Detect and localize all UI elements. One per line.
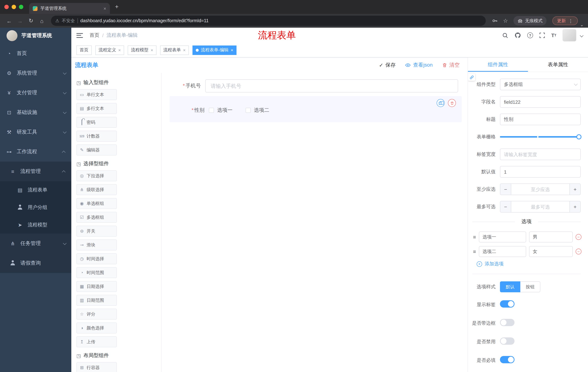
checkbox-icon[interactable] [209, 108, 214, 113]
style-default-button[interactable]: 默认 [500, 281, 520, 292]
remove-option-icon[interactable]: − [576, 249, 581, 255]
palette-item-time-picker[interactable]: ◷ 时间选择 [76, 253, 117, 264]
tag-process-model[interactable]: 流程模型 × [128, 45, 157, 55]
palette-item-date-picker[interactable]: ▦ 日期选择 [76, 281, 117, 292]
sidebar-item-devtools[interactable]: ⚒ 研发工具 [0, 122, 71, 142]
sidebar-item-process-form[interactable]: ▤ 流程表单 [0, 181, 71, 199]
option-2-value-input[interactable] [529, 246, 573, 257]
github-icon[interactable] [514, 32, 521, 39]
sidebar-logo[interactable]: 芋道管理系统 [0, 28, 71, 44]
disabled-switch[interactable] [500, 337, 514, 345]
sidebar-item-process-mgmt[interactable]: ≡ 流程管理 [0, 162, 71, 181]
palette-item-upload[interactable]: ↥ 上传 [76, 336, 117, 347]
option-2-label-input[interactable] [479, 246, 526, 257]
save-button[interactable]: ✓ 保存 [379, 62, 396, 68]
palette-item-time-range[interactable]: ◔ 时间范围 [76, 267, 117, 278]
font-size-icon[interactable]: TT [551, 32, 556, 38]
option-1-label-input[interactable] [479, 232, 526, 242]
view-json-button[interactable]: 查看json [405, 62, 433, 68]
close-window-button[interactable] [4, 5, 9, 9]
palette-item-color-picker[interactable]: ◑ 颜色选择 [76, 322, 117, 333]
palette-item-switch[interactable]: ⊜ 开关 [76, 226, 117, 237]
search-icon[interactable] [502, 32, 508, 38]
tag-process-form-edit[interactable]: 流程表单-编辑 × [192, 45, 237, 55]
browser-home-icon[interactable]: ⌂ [37, 18, 47, 24]
tab-component-props[interactable]: 组件属性 [468, 57, 528, 72]
palette-item-date-range[interactable]: ▥ 日期范围 [76, 295, 117, 306]
palette-item-checkbox-group[interactable]: ☑ 多选框组 [76, 212, 117, 223]
tag-process-form[interactable]: 流程表单 × [160, 45, 189, 55]
reload-icon[interactable]: ↻ [26, 18, 36, 24]
default-value-input[interactable] [500, 166, 581, 178]
slider-handle[interactable] [576, 134, 581, 139]
label-width-input[interactable] [500, 149, 581, 160]
palette-item-counter[interactable]: 123 计数器 [76, 131, 117, 142]
browser-tab[interactable]: 芋道管理系统 × [29, 3, 110, 14]
palette-item-cascade-select[interactable]: ⋔ 级联选择 [76, 184, 117, 195]
tab-form-props[interactable]: 表单属性 [528, 57, 588, 72]
add-option-button[interactable]: + 添加选项 [477, 261, 588, 267]
sidebar-item-infra[interactable]: ⊡ 基础设施 [0, 103, 71, 122]
palette-item-slider[interactable]: ⊸ 滑块 [76, 240, 117, 250]
link-icon[interactable] [468, 74, 475, 81]
zoom-window-button[interactable] [19, 5, 23, 9]
grid-slider[interactable] [500, 131, 581, 143]
browser-menu-icon[interactable]: ⋮ [568, 18, 573, 23]
palette-item-rate[interactable]: ☆ 评分 [76, 309, 117, 319]
decrement-button[interactable]: − [500, 201, 511, 212]
field-gender-selected[interactable]: *性别 选项一 选项二 [169, 96, 462, 122]
phone-input[interactable] [205, 79, 458, 93]
sidebar-item-pay[interactable]: ¥ 支付管理 [0, 83, 71, 103]
tag-process-definition[interactable]: 流程定义 × [95, 45, 124, 55]
sidebar-item-system[interactable]: ⚙ 系统管理 [0, 63, 71, 83]
decrement-button[interactable]: − [500, 184, 511, 195]
show-label-switch[interactable] [500, 300, 514, 308]
sidebar-item-user-group[interactable]: 用户分组 [0, 199, 71, 216]
remove-option-icon[interactable]: − [576, 234, 581, 240]
copy-component-button[interactable] [437, 99, 445, 107]
component-type-select[interactable] [500, 79, 581, 90]
min-select-input[interactable] [511, 184, 569, 195]
checkbox-icon[interactable] [246, 108, 251, 113]
tag-home[interactable]: 首页 [76, 45, 92, 55]
palette-item-row-container[interactable]: ⊞ 行容器 [76, 362, 117, 372]
drag-handle-icon[interactable]: ≡ [473, 234, 476, 240]
breadcrumb-home[interactable]: 首页 [90, 32, 99, 39]
palette-item-multi-line-text[interactable]: ▤ 多行文本 [76, 103, 117, 114]
sidebar-item-task-mgmt[interactable]: ⋔ 任务管理 [0, 234, 71, 253]
gender-option-1[interactable]: 选项一 [209, 107, 232, 114]
minimize-window-button[interactable] [12, 5, 16, 9]
required-switch[interactable] [500, 356, 514, 363]
sidebar-item-home[interactable]: ◔ 首页 [0, 44, 71, 63]
sidebar-item-leave-query[interactable]: 请假查询 [0, 253, 71, 273]
palette-item-dropdown-select[interactable]: ◎ 下拉选择 [76, 170, 117, 181]
tag-close-icon[interactable]: × [151, 47, 153, 53]
hamburger-icon[interactable] [76, 33, 83, 38]
palette-item-password[interactable]: 密码 [76, 117, 117, 128]
drag-handle-icon[interactable]: ≡ [473, 249, 476, 255]
max-select-input[interactable] [511, 201, 569, 212]
password-key-icon[interactable] [492, 18, 498, 24]
delete-component-button[interactable] [448, 99, 456, 107]
back-icon[interactable]: ← [4, 18, 14, 24]
sidebar-item-workflow[interactable]: ⊶ 工作流程 [0, 142, 71, 162]
sidebar-item-process-model[interactable]: ➤ 流程模型 [0, 216, 71, 234]
field-phone[interactable]: *手机号 [166, 79, 462, 93]
avatar-caret-icon[interactable] [580, 33, 583, 37]
tag-close-icon[interactable]: × [183, 47, 186, 53]
update-button[interactable]: 更新 ⋮ [552, 16, 578, 25]
clear-button[interactable]: 清空 [442, 62, 460, 68]
tag-close-icon[interactable]: × [118, 47, 121, 53]
forward-icon[interactable]: → [15, 18, 25, 24]
bookmark-star-icon[interactable]: ☆ [503, 18, 508, 24]
title-input[interactable] [500, 114, 581, 125]
avatar[interactable] [563, 29, 576, 42]
field-name-input[interactable] [500, 96, 581, 108]
border-switch[interactable] [500, 319, 514, 326]
palette-item-single-line-text[interactable]: ▭ 单行文本 [76, 89, 117, 100]
fullscreen-icon[interactable] [539, 32, 545, 38]
style-button-button[interactable]: 按钮 [520, 281, 540, 292]
tab-close-icon[interactable]: × [104, 6, 106, 11]
tag-close-icon[interactable]: × [231, 47, 233, 53]
new-tab-button[interactable]: + [115, 3, 119, 11]
